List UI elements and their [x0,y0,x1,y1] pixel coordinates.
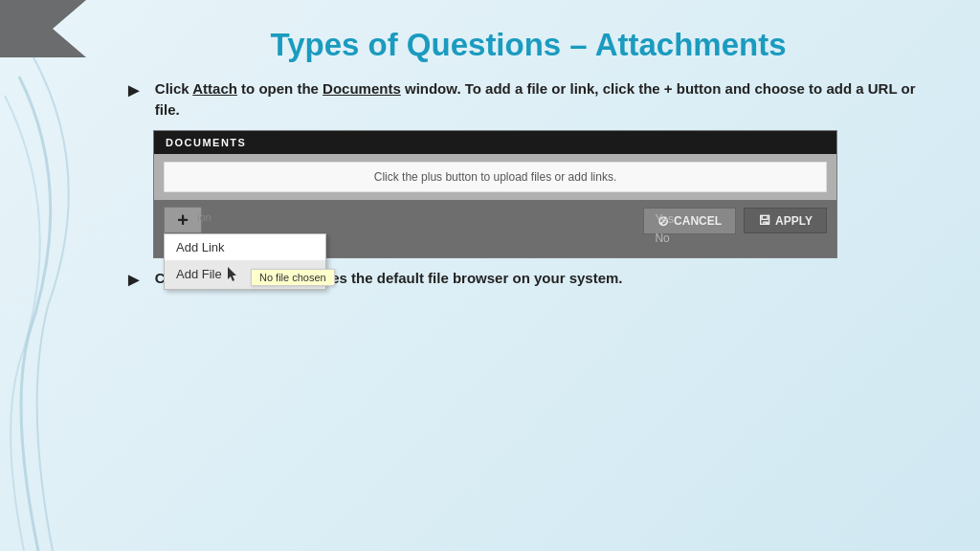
yes-no-text: YesNo [655,209,674,249]
docs-body: Click the plus button to upload files or… [154,154,836,200]
dropdown-item-add-link[interactable]: Add Link [165,234,325,260]
plus-button[interactable]: + [164,207,202,233]
docs-footer: + Add Link Add File [154,200,836,257]
bullet-1-text: Click Attach to open the Documents windo… [155,78,932,121]
dropdown-menu: Add Link Add File No file chosen [164,233,326,290]
slide-title: Types of Questions – Attachments [105,0,951,78]
docs-info-bar: Click the plus button to upload files or… [164,162,827,192]
bullet-arrow-2: ► [124,269,144,291]
cursor-icon [226,266,239,283]
bullet-arrow-1: ► [124,79,144,101]
content-area: ► Click Attach to open the Documents win… [105,78,951,291]
no-file-tooltip: No file chosen [251,269,335,286]
svg-marker-1 [228,267,236,281]
documents-widget: DOCUMENTS Click the plus button to uploa… [153,130,837,258]
docs-header: DOCUMENTS [154,131,836,154]
side-bg-text: ion [197,211,212,223]
title-text: Types of Questions – Attachments [270,27,786,62]
bullet-1: ► Click Attach to open the Documents win… [124,78,932,121]
apply-button[interactable]: 🖫 APPLY [744,208,827,233]
